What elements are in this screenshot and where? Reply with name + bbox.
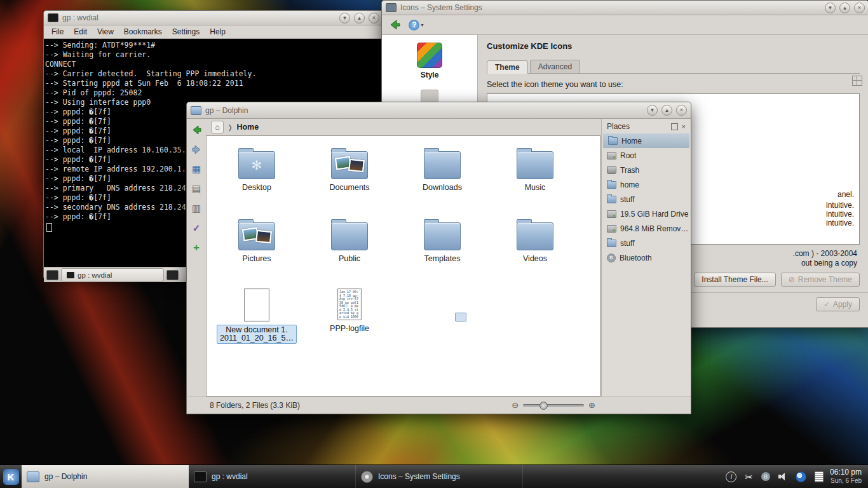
remove-theme-button[interactable]: ⊘ Remove Theme [781,273,860,287]
sidebar-item-style[interactable]: Style [417,43,442,79]
close-panel-icon[interactable]: × [681,123,687,130]
breadcrumb-home[interactable]: Home [236,123,259,132]
place-item-hard-drive[interactable]: 19.5 GiB Hard Drive [602,207,691,221]
notifications-tray-icon[interactable]: i [726,471,736,482]
theme-description-fragment: intuitive. [826,219,854,227]
place-item-stuff[interactable]: stuff [602,192,691,207]
bluetooth-tray-icon[interactable]: B [761,472,770,481]
terminal-line: --> Sending: ATDT*99***1# [45,41,382,50]
minimize-icon[interactable]: ▾ [339,13,350,24]
folder-icon [607,240,616,247]
menu-help[interactable]: Help [210,27,226,36]
place-item-trash[interactable]: Trash [602,163,691,177]
minimize-icon[interactable]: ▾ [647,105,658,116]
back-button[interactable] [387,17,402,32]
place-label: Trash [620,166,639,175]
folder-item-pictures[interactable]: Pictures [210,215,303,286]
desktop-swirl-decoration: ✻ [239,152,275,179]
place-item-stuff2[interactable]: stuff [602,236,691,250]
task-wvdial[interactable]: gp : wvdial [189,465,356,488]
place-item-home[interactable]: Home [603,133,689,148]
task-system-settings[interactable]: Icons – System Settings [356,465,523,488]
maximize-icon[interactable]: ▴ [661,105,672,116]
folder-label: Public [339,255,360,263]
close-icon[interactable]: × [854,3,865,13]
dolphin-titlebar[interactable]: gp – Dolphin ▾ ▴ × [187,102,691,119]
hard-drive-icon [607,210,616,218]
terminal-window-icon [48,13,58,22]
icons-view-button[interactable]: ▦ [189,162,203,176]
remove-theme-label: Remove Theme [798,275,852,284]
tab-advanced[interactable]: Advanced [530,60,580,73]
details-view-button[interactable]: ▤ [189,182,203,196]
help-button[interactable]: ? ▾ [409,17,424,32]
forward-button[interactable] [189,142,203,156]
places-title: Places [607,122,630,131]
digital-clock[interactable]: 06:10 pm Sun, 6 Feb [830,465,868,488]
folder-item-music[interactable]: Music [489,144,581,215]
folder-item-documents[interactable]: Documents [303,144,396,215]
folder-item-videos[interactable]: Videos [489,215,581,286]
network-tray-icon[interactable] [796,471,806,482]
theme-description-fragment: intuitive. [826,210,854,219]
folder-item-templates[interactable]: Templates [396,215,489,286]
place-item-removable[interactable]: 964.8 MiB Remov… [602,221,691,236]
zoom-in-icon[interactable]: ⊕ [588,401,595,409]
menu-settings[interactable]: Settings [172,27,200,36]
file-item-new-document[interactable]: New document 1. 2011_01_20_16_5… [210,286,303,357]
clock-date: Sun, 6 Feb [831,477,862,485]
zoom-out-icon[interactable]: ⊖ [512,401,519,409]
tab-list-icon[interactable] [166,270,179,280]
task-dolphin[interactable]: gp – Dolphin [22,465,189,488]
float-panel-icon[interactable] [671,123,678,130]
install-theme-button[interactable]: Install Theme File... [694,273,775,287]
klipper-scissors-icon[interactable]: ✂ [745,472,753,482]
split-view-button[interactable]: + [189,241,203,255]
zoom-controls: ⊖ ⊕ [512,401,595,409]
close-icon[interactable]: × [369,13,379,24]
new-tab-icon[interactable] [46,270,58,280]
folder-icon [517,151,553,179]
breadcrumb-separator: ❭ [227,124,233,131]
maximize-icon[interactable]: ▴ [839,3,850,13]
apply-check-icon: ✓ [824,300,830,309]
back-arrow-icon [191,125,202,135]
minimize-icon[interactable]: ▾ [825,3,836,13]
columns-view-button[interactable]: ▥ [189,201,203,215]
volume-tray-icon[interactable] [778,473,787,480]
menu-bookmarks[interactable]: Bookmarks [124,27,162,36]
terminal-titlebar[interactable]: gp : wvdial ▾ ▴ × [44,11,383,25]
breadcrumb: ⌂ ❭ Home [206,119,601,135]
task-label: gp – Dolphin [44,472,87,481]
place-item-bluetooth[interactable]: B Bluetooth [602,250,691,265]
back-button[interactable] [189,123,203,137]
file-item-ppp-logfile[interactable]: Jan 17 09:4 7:18 gp-Asp ire-5738 pp pd[1… [303,286,396,357]
tab-theme[interactable]: Theme [487,60,528,74]
folder-item-desktop[interactable]: ✻ Desktop [210,144,303,215]
zoom-slider-handle[interactable] [539,402,548,410]
apply-button[interactable]: ✓ Apply [816,297,860,311]
close-icon[interactable]: × [676,105,687,116]
settings-window-icon [386,3,397,12]
menu-file[interactable]: File [51,27,64,36]
theme-select-label: Select the icon theme you want to use: [487,80,860,89]
maximize-icon[interactable]: ▴ [354,13,365,24]
folder-item-downloads[interactable]: Downloads [396,144,489,215]
kickoff-launcher-button[interactable]: K [0,465,22,488]
clipboard-tray-icon[interactable] [815,471,824,482]
place-item-home2[interactable]: home [602,177,691,192]
folder-item-public[interactable]: Public [303,215,396,286]
menu-edit[interactable]: Edit [74,27,87,36]
overview-grid-icon[interactable] [852,76,862,86]
settings-titlebar[interactable]: Icons – System Settings ▾ ▴ × [382,1,868,15]
place-item-root[interactable]: Root [602,148,691,163]
folder-icon [607,181,616,189]
preview-toggle-button[interactable]: ✓ [189,221,203,235]
terminal-tab[interactable]: gp : wvdial [61,268,164,281]
menu-view[interactable]: View [97,27,114,36]
home-icon[interactable]: ⌂ [211,121,224,133]
folder-label: Downloads [423,184,462,192]
zoom-slider[interactable] [523,404,584,407]
folder-view[interactable]: ✻ Desktop Documents Downloads Music [206,135,600,396]
terminal-line: CONNECT [45,60,382,69]
